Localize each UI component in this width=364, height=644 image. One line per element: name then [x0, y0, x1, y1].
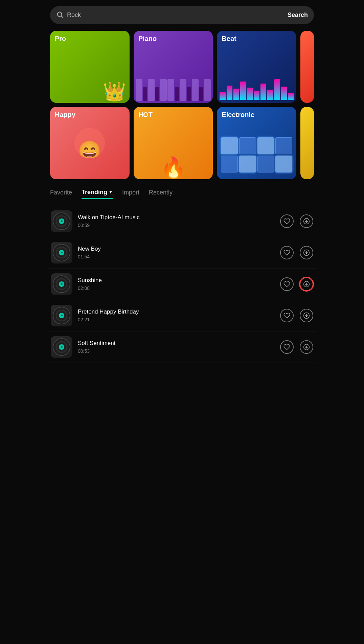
track-duration: 02:21 — [78, 317, 275, 322]
track-item-highlighted[interactable]: Sunshine 02:08 — [47, 269, 317, 300]
category-grid: Pro 👑 Piano — [50, 31, 314, 179]
track-thumbnail — [51, 210, 72, 232]
category-beat-label: Beat — [222, 35, 236, 43]
piano-keys-icon — [134, 79, 213, 103]
category-hot-label: HOT — [138, 111, 153, 119]
favorite-button[interactable] — [280, 309, 294, 322]
tab-recently[interactable]: Recently — [149, 189, 173, 198]
track-title: Pretend Happy Birthday — [78, 308, 275, 315]
track-info: Soft Sentiment 00:53 — [78, 340, 275, 354]
track-title: Soft Sentiment — [78, 340, 275, 347]
heart-icon — [283, 218, 290, 225]
category-partial-2 — [300, 107, 314, 179]
track-duration: 01:54 — [78, 254, 275, 259]
track-list: Walk on Tiptoe-AI music 00:59 — [43, 206, 321, 363]
tab-trending-label: Trending — [82, 189, 107, 196]
dj-pads-icon — [217, 133, 296, 176]
heart-icon — [283, 312, 290, 319]
category-piano-label: Piano — [138, 35, 157, 43]
track-duration: 00:59 — [78, 223, 275, 228]
tab-favorite[interactable]: Favorite — [50, 189, 72, 198]
track-duration: 02:08 — [78, 285, 275, 291]
track-title: New Boy — [78, 246, 275, 252]
track-title: Sunshine — [78, 277, 275, 284]
vinyl-icon — [53, 212, 70, 230]
category-electronic[interactable]: Electronic — [217, 107, 296, 179]
vinyl-icon — [53, 338, 70, 356]
vinyl-icon — [53, 275, 70, 293]
favorite-button[interactable] — [280, 340, 294, 354]
tab-trending[interactable]: Trending ▼ — [82, 189, 113, 199]
download-icon — [303, 218, 310, 225]
track-item[interactable]: New Boy 01:54 — [47, 237, 317, 269]
svg-line-1 — [61, 16, 63, 18]
category-pro[interactable]: Pro 👑 — [50, 31, 130, 103]
download-icon — [303, 344, 310, 350]
download-button[interactable] — [300, 214, 313, 228]
tab-import[interactable]: Import — [122, 189, 139, 198]
download-icon — [303, 249, 310, 256]
download-icon — [303, 281, 310, 288]
search-icon — [56, 11, 64, 19]
tabs-bar: Favorite Trending ▼ Import Recently — [43, 189, 321, 199]
track-actions — [280, 309, 313, 322]
download-button[interactable] — [300, 340, 313, 354]
download-icon — [303, 312, 310, 319]
track-info: Sunshine 02:08 — [78, 277, 275, 291]
track-actions — [280, 277, 313, 291]
track-info: Walk on Tiptoe-AI music 00:59 — [78, 214, 275, 228]
category-hot[interactable]: HOT 🔥 — [134, 107, 213, 179]
crown-icon: 👑 — [103, 82, 126, 101]
chevron-down-icon: ▼ — [109, 190, 113, 194]
track-actions — [280, 340, 313, 354]
track-thumbnail — [51, 336, 72, 358]
download-button[interactable] — [300, 246, 313, 259]
download-button-highlighted[interactable] — [300, 277, 313, 291]
category-happy[interactable]: Happy 😄 — [50, 107, 130, 179]
vinyl-icon — [53, 244, 70, 261]
vinyl-icon — [53, 307, 70, 324]
favorite-button[interactable] — [280, 214, 294, 228]
category-beat[interactable]: Beat — [217, 31, 296, 103]
track-thumbnail — [51, 242, 72, 263]
search-bar: Search — [50, 6, 314, 24]
track-duration: 00:53 — [78, 348, 275, 354]
track-info: Pretend Happy Birthday 02:21 — [78, 308, 275, 322]
category-piano[interactable]: Piano — [134, 31, 213, 103]
track-actions — [280, 246, 313, 259]
download-button[interactable] — [300, 309, 313, 322]
heart-icon — [283, 281, 290, 288]
track-thumbnail — [51, 273, 72, 295]
search-input[interactable] — [67, 12, 284, 19]
category-electronic-label: Electronic — [222, 111, 254, 119]
category-happy-label: Happy — [55, 111, 75, 119]
track-title: Walk on Tiptoe-AI music — [78, 214, 275, 221]
track-info: New Boy 01:54 — [78, 246, 275, 259]
heart-icon — [283, 344, 290, 350]
favorite-button[interactable] — [280, 246, 294, 259]
track-item[interactable]: Pretend Happy Birthday 02:21 — [47, 300, 317, 331]
beat-bars-icon — [217, 79, 296, 103]
search-button[interactable]: Search — [288, 12, 308, 19]
category-pro-label: Pro — [55, 35, 66, 43]
category-partial-1 — [300, 31, 314, 103]
track-actions — [280, 214, 313, 228]
fire-icon: 🔥 — [134, 158, 213, 178]
track-item[interactable]: Soft Sentiment 00:53 — [47, 331, 317, 363]
track-thumbnail — [51, 305, 72, 326]
heart-icon — [283, 249, 290, 256]
favorite-button[interactable] — [280, 277, 294, 291]
track-item[interactable]: Walk on Tiptoe-AI music 00:59 — [47, 206, 317, 237]
